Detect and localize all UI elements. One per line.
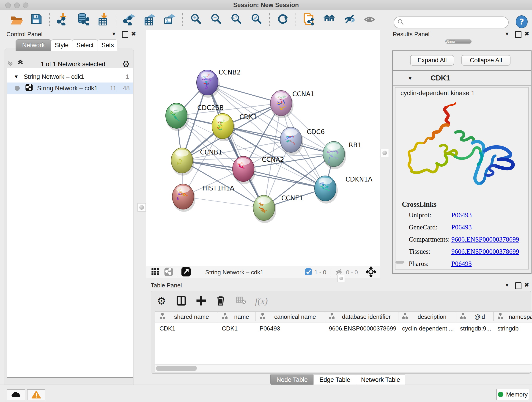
crosslink-value-link[interactable]: 9606.ENSP00000378699 <box>451 248 519 255</box>
refresh-view-button[interactable] <box>275 12 290 27</box>
warning-icon <box>32 390 41 399</box>
search-input[interactable] <box>404 19 508 26</box>
tab-network[interactable]: Network <box>16 39 51 51</box>
home-view-button[interactable] <box>322 12 336 27</box>
table-hscroll-thumb[interactable] <box>156 366 197 371</box>
import-network-button[interactable] <box>55 12 70 27</box>
crosslink-value-link[interactable]: P06493 <box>451 211 472 219</box>
column-header-canonical-name[interactable]: canonical name <box>255 312 325 322</box>
column-header-shared-name[interactable]: shared name <box>155 312 218 322</box>
export-table-button[interactable] <box>142 12 157 27</box>
search-box[interactable] <box>394 17 509 28</box>
table-cell[interactable]: CDK1 <box>159 323 217 333</box>
tab-sets[interactable]: Sets <box>98 39 118 51</box>
collection-expand-icon[interactable]: ▼ <box>14 74 19 80</box>
column-header-database-identifier[interactable]: database identifier <box>325 312 398 322</box>
right-splitter-handle[interactable] <box>380 149 389 157</box>
zoom-in-button[interactable] <box>189 12 203 27</box>
gene-entry-header[interactable]: ▼ CDK1 <box>393 71 531 86</box>
table-panel-float-icon[interactable]: ▾ <box>503 281 511 288</box>
export-network-button[interactable] <box>122 12 137 27</box>
node-CDC6[interactable]: CDC6 <box>280 127 325 155</box>
help-button[interactable]: ? <box>515 15 528 29</box>
string-network-graph[interactable]: CCNB2 CCNA1 CDC25B CDK1 CDC6 RB1 CCNB1 C… <box>146 30 380 266</box>
add-column-button[interactable] <box>195 294 207 307</box>
crosslink-value-link[interactable]: P06493 <box>451 260 472 268</box>
tab-node-table[interactable]: Node Table <box>270 375 314 385</box>
control-panel-float-icon[interactable]: ▾ <box>110 30 118 37</box>
node-RB1[interactable]: RB1 <box>323 141 361 169</box>
crosslink-value-link[interactable]: P06493 <box>451 223 472 231</box>
fit-content-crosshair-icon[interactable] <box>366 267 376 278</box>
table-cell[interactable]: P06493 <box>260 323 324 333</box>
table-cell[interactable]: stringdb <box>497 323 532 333</box>
import-table-button[interactable] <box>95 12 110 27</box>
table-panel-close-icon[interactable]: ✖ <box>523 281 531 288</box>
table-panel-maximize-icon[interactable] <box>515 282 521 290</box>
tab-style[interactable]: Style <box>51 39 72 51</box>
open-session-button[interactable] <box>9 12 23 27</box>
node-CCNE1[interactable]: CCNE1 <box>253 194 303 223</box>
zoom-selected-button[interactable] <box>249 12 264 27</box>
selected-counts: 1 - 0 <box>314 269 326 276</box>
control-panel-close-icon[interactable]: ✖ <box>130 30 138 37</box>
results-hscroll-thumb[interactable] <box>395 261 404 264</box>
column-header-description[interactable]: description <box>398 312 456 322</box>
node-table[interactable]: shared name name canonical name database… <box>155 311 532 364</box>
tab-string[interactable]: String <box>445 39 472 44</box>
network-canvas[interactable]: CCNB2 CCNA1 CDC25B CDK1 CDC6 RB1 CCNB1 C… <box>146 30 380 266</box>
delete-table-button[interactable] <box>234 294 247 307</box>
column-header--id[interactable]: @id <box>456 312 493 322</box>
node-CDKN1A[interactable]: CDKN1A <box>315 176 372 204</box>
collapse-all-networks-icon[interactable] <box>7 60 14 68</box>
hidden-counts: 0 - 0 <box>346 269 358 276</box>
function-builder-button[interactable]: f(x) <box>255 294 268 307</box>
results-panel-close-icon[interactable]: ✖ <box>523 30 531 37</box>
expand-all-button[interactable]: Expand All <box>410 55 454 65</box>
tab-edge-table[interactable]: Edge Table <box>313 375 356 385</box>
results-panel-float-icon[interactable]: ▾ <box>503 30 511 37</box>
results-panel-maximize-icon[interactable] <box>515 31 521 39</box>
selected-checkbox-icon[interactable] <box>305 268 312 276</box>
tab-select[interactable]: Select <box>72 39 98 51</box>
cloud-button[interactable] <box>7 389 25 400</box>
control-panel-maximize-icon[interactable] <box>122 31 128 39</box>
table-cell[interactable]: stringdb:9... <box>460 323 493 333</box>
warning-button[interactable] <box>27 389 45 400</box>
crosslink-value-link[interactable]: 9606.ENSP00000378699 <box>451 236 519 243</box>
node-CCNB2[interactable]: CCNB2 <box>196 69 241 98</box>
copy-network-icon <box>303 13 316 26</box>
table-cell[interactable]: CDK1 <box>222 323 255 333</box>
birdseye-view-icon[interactable] <box>181 267 191 278</box>
node-HIST1H1A[interactable]: HIST1H1A <box>172 184 234 212</box>
network-share-badge-icon[interactable] <box>164 267 173 277</box>
table-hscrollbar[interactable] <box>155 365 532 372</box>
tab-network-table[interactable]: Network Table <box>356 375 405 385</box>
zoom-out-button[interactable] <box>209 12 223 27</box>
save-session-button[interactable] <box>29 12 44 27</box>
show-all-button[interactable] <box>362 12 377 27</box>
left-splitter-handle[interactable] <box>138 203 146 211</box>
export-image-button[interactable] <box>162 12 177 27</box>
column-header-name[interactable]: name <box>218 312 255 322</box>
table-settings-button[interactable]: ⚙ <box>156 294 167 307</box>
table-cell[interactable]: cyclin-dependent ... <box>402 323 456 333</box>
expand-all-networks-icon[interactable] <box>17 60 24 68</box>
collapse-all-button[interactable]: Collapse All <box>462 55 510 65</box>
hide-selected-button[interactable] <box>342 12 357 27</box>
node-CDK1[interactable]: CDK1 <box>212 113 257 141</box>
table-cell[interactable]: 9606.ENSP00000378699 <box>329 323 398 333</box>
toolbar-separator <box>49 13 50 26</box>
hierarchy-icon <box>497 313 503 321</box>
entry-collapse-icon[interactable]: ▼ <box>407 75 413 81</box>
zoom-fit-button[interactable] <box>229 12 244 27</box>
grid-view-icon[interactable] <box>151 267 160 277</box>
column-header-namespace[interactable]: namespace <box>493 312 532 322</box>
memory-button[interactable]: Memory <box>496 389 529 400</box>
show-columns-button[interactable] <box>175 294 187 307</box>
import-database-button[interactable] <box>75 12 90 27</box>
copy-network-button[interactable] <box>302 12 317 27</box>
delete-column-button[interactable] <box>215 294 227 307</box>
network-row[interactable]: String Network – cdk1 11 48 <box>7 83 133 94</box>
network-collection-row[interactable]: ▼ String Network – cdk1 1 <box>7 71 133 83</box>
